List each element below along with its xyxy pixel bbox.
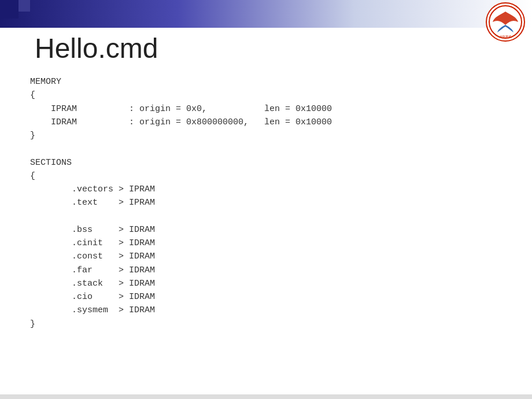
square-mid [19,0,30,12]
banner-decoration [0,0,35,28]
logo-svg: 中际赛威 [488,5,523,39]
company-logo: 中际赛威 [486,2,525,42]
page-title: Hello.cmd [35,32,158,64]
top-banner [0,0,532,28]
code-content: MEMORY { IPRAM : origin = 0x0, len = 0x1… [30,75,332,331]
bottom-bar [0,394,532,399]
svg-text:中际赛威: 中际赛威 [500,35,511,38]
square-dark [0,0,19,19]
